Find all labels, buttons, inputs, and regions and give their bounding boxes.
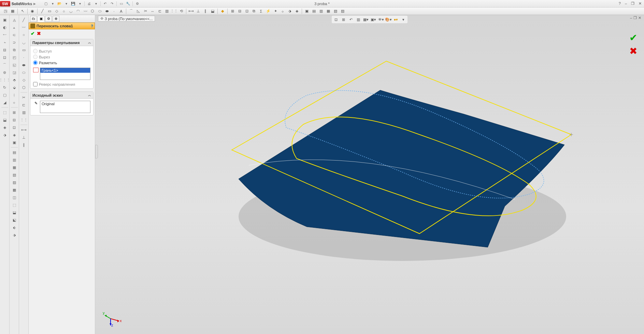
tool-icon[interactable]: ◆ (219, 8, 226, 14)
fillet-icon[interactable]: ⌒ (128, 8, 134, 14)
graphics-viewport[interactable]: ✥ 3 proba (По умолчанию<<... ⊡ ⊞ ↶ ▥ ▦▾ … (95, 15, 644, 334)
tool-icon[interactable]: ▦ (325, 8, 332, 14)
tool-icon[interactable]: ▣ (11, 139, 18, 146)
cut-icon[interactable]: ⊟ (1, 46, 9, 53)
tool-icon[interactable]: ⊃ (11, 39, 18, 46)
tool-icon[interactable]: ◈ (294, 8, 300, 14)
tool-icon[interactable]: ⬕ (11, 217, 18, 223)
print-button[interactable]: 🖨 (86, 1, 92, 6)
tool-icon[interactable]: ⬓ (209, 8, 216, 14)
tool-icon[interactable]: ◰ (11, 54, 18, 61)
feature-tree-tab[interactable]: 🗀 (30, 16, 37, 22)
text-icon[interactable]: A (118, 8, 125, 14)
relations-icon[interactable]: ∥ (202, 8, 209, 14)
tool-icon[interactable]: ⬗ (1, 131, 9, 138)
spline-icon[interactable]: 〰 (20, 24, 28, 31)
rectangle-icon[interactable]: ▭ (46, 8, 53, 14)
tool-icon[interactable]: ◲ (11, 69, 18, 76)
pattern-icon[interactable]: ⋮⋮⋮ (1, 76, 9, 83)
tool-icon[interactable]: ▥ (318, 8, 325, 14)
tool-icon[interactable]: ▧ (332, 8, 339, 14)
tool-icon[interactable]: ⊟ (11, 116, 18, 123)
section-header[interactable]: Исходный эскиз ︽ (30, 92, 93, 99)
sketch-origin-marker[interactable] (570, 133, 573, 136)
tool-icon[interactable]: ▨ (11, 179, 18, 186)
polygon-icon[interactable]: ⬡ (89, 8, 96, 14)
ok-button[interactable]: ✔ (31, 31, 35, 36)
pattern-icon[interactable]: ⋮⋮ (171, 8, 177, 14)
point-icon[interactable]: · (20, 54, 28, 61)
tool-icon[interactable]: ◈ (1, 124, 9, 131)
options-button[interactable]: ⚙ (134, 1, 140, 6)
extend-icon[interactable]: ↔ (149, 8, 156, 14)
tool-icon[interactable]: ⧉ (11, 46, 18, 53)
help-button[interactable]: ? (618, 1, 622, 6)
tool-icon[interactable]: ⬗ (286, 8, 293, 14)
tool-icon[interactable]: ▤ (311, 8, 317, 14)
tool-icon[interactable]: ✂ (20, 94, 28, 101)
tool-icon[interactable]: ◇ (20, 76, 28, 83)
sweep-icon[interactable]: ⬳ (1, 31, 9, 38)
restore-button[interactable]: ❐ (630, 1, 635, 6)
dropdown-icon[interactable]: ▾ (93, 1, 99, 6)
tool-icon[interactable]: ⬚ (11, 201, 18, 208)
checkbox-input[interactable] (33, 82, 38, 86)
select-button[interactable]: ▭ (118, 1, 124, 6)
rectangle-icon[interactable]: ▭ (20, 46, 28, 53)
tool-icon[interactable]: ◈ (11, 131, 18, 138)
reverse-checkbox[interactable]: Реверс направления (33, 82, 90, 86)
chamfer-icon[interactable]: ◺ (135, 8, 142, 14)
tool-icon[interactable]: ⬓ (1, 116, 9, 123)
arc-icon[interactable]: ◡ (20, 39, 28, 46)
save-button[interactable]: 💾 (70, 1, 76, 6)
selected-face[interactable]: Грань<1> (40, 68, 90, 73)
tool-icon[interactable]: ⚡ (265, 8, 272, 14)
ellipse-icon[interactable]: ⬭ (96, 8, 103, 14)
tool-icon[interactable]: ⊞ (11, 109, 18, 116)
tool-icon[interactable]: ⟷ (20, 126, 28, 133)
tool-icon[interactable]: ▦ (11, 164, 18, 171)
tool-icon[interactable]: ✦ (272, 8, 279, 14)
tool-icon[interactable]: ◬ (11, 16, 18, 23)
fillet-icon[interactable]: ⌒ (1, 61, 9, 68)
circle-icon[interactable]: ○ (60, 8, 67, 14)
radio-input[interactable] (33, 60, 38, 65)
scribe-radio[interactable]: Разметить (33, 60, 90, 66)
mirror-icon[interactable]: ▥ (163, 8, 170, 14)
rib-icon[interactable]: ◢ (1, 99, 9, 106)
spline-icon[interactable]: 〰 (82, 8, 89, 14)
revolve-icon[interactable]: ◐ (1, 24, 9, 31)
menu-expand-icon[interactable]: ▶ (33, 2, 36, 5)
tool-icon[interactable]: ⬚ (1, 109, 9, 116)
line-icon[interactable]: ╱ (39, 8, 46, 14)
tool-icon[interactable]: ⊂ (11, 31, 18, 38)
rectangle-icon[interactable]: ◇ (53, 8, 60, 14)
minimize-button[interactable]: – (624, 1, 628, 6)
tool-icon[interactable]: ⊏ (20, 101, 28, 108)
trim-icon[interactable]: ✂ (142, 8, 149, 14)
extrude-icon[interactable]: ▣ (1, 16, 9, 23)
tool-icon[interactable]: ⊡ (243, 8, 250, 14)
tool-icon[interactable]: ⬘ (11, 76, 18, 83)
tool-icon[interactable]: ∥ (20, 141, 28, 148)
tool-icon[interactable]: ◫ (11, 194, 18, 201)
undo-button[interactable]: ↶ (102, 1, 108, 6)
dimxpert-tab[interactable]: ⊕ (53, 16, 59, 22)
tool-icon[interactable]: ⬙ (11, 84, 18, 91)
offset-icon[interactable]: ⊏ (156, 8, 163, 14)
new-file-button[interactable]: ▢ (43, 1, 49, 6)
tool-icon[interactable]: ⟊ (11, 92, 18, 98)
tool-icon[interactable]: ⟐ (11, 99, 18, 106)
tool-icon[interactable]: ⬭ (20, 69, 28, 76)
tool-icon[interactable]: ⋮⋮ (20, 116, 28, 123)
hole-icon[interactable]: ⊚ (1, 69, 9, 76)
slot-icon[interactable]: ⬬ (103, 8, 110, 14)
tool-icon[interactable]: ⊞ (229, 8, 236, 14)
tool-icon[interactable]: ▥ (11, 156, 18, 163)
cursor-icon[interactable]: ↖ (19, 8, 26, 14)
tool-icon[interactable]: ▧ (11, 171, 18, 178)
line-icon[interactable]: ╱ (20, 16, 28, 23)
tool-icon[interactable]: ⧉ (251, 8, 257, 14)
tool-icon[interactable]: ↻ (1, 84, 9, 91)
property-manager-tab[interactable]: ▣ (38, 16, 44, 22)
